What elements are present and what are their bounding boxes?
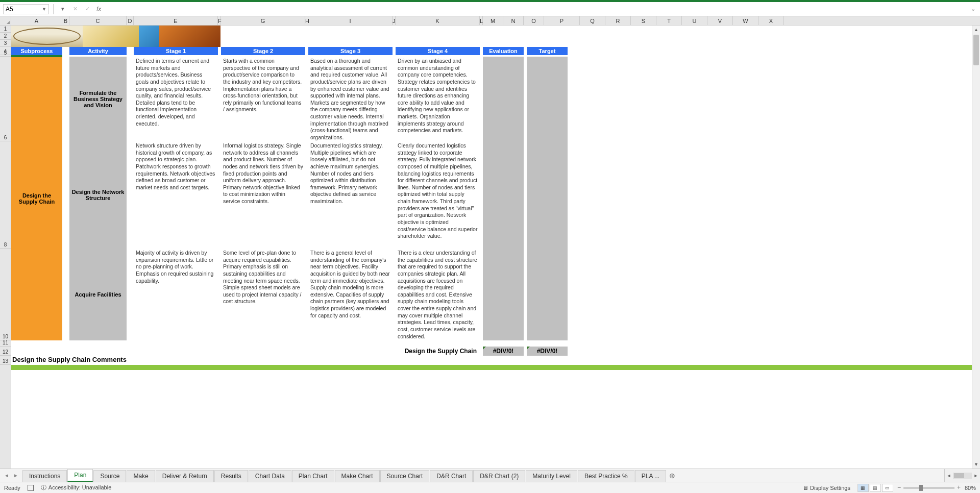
col-header-E[interactable]: E [134, 16, 218, 25]
target-cell[interactable] [527, 57, 568, 141]
scroll-thumb[interactable] [973, 35, 979, 65]
tab-nav-prev-icon[interactable]: ◄ [3, 472, 10, 479]
col-header-S[interactable]: S [631, 16, 656, 25]
col-header-N[interactable]: N [503, 16, 524, 25]
target-error[interactable]: #DIV/0! [527, 347, 568, 356]
col-header-D[interactable]: D [127, 16, 134, 25]
formula-input[interactable] [103, 4, 967, 14]
scroll-up-icon[interactable]: ▲ [972, 26, 980, 34]
stage4-cell[interactable]: Clearly documented logistics strategy li… [396, 141, 480, 249]
evaluation-error[interactable]: #DIV/0! [483, 347, 524, 356]
activity-cell[interactable]: Acquire Facilities [69, 249, 127, 340]
tab-results[interactable]: Results [214, 470, 248, 482]
col-header-V[interactable]: V [707, 16, 733, 25]
stage3-cell[interactable]: Based on a thorough and analytical asses… [308, 57, 393, 141]
row-header-1[interactable]: 1 [0, 26, 11, 33]
tab-instructions[interactable]: Instructions [22, 470, 67, 482]
evaluation-cell[interactable] [483, 57, 524, 141]
zoom-in-icon[interactable]: + [957, 484, 961, 491]
zoom-thumb[interactable] [919, 485, 923, 491]
hscroll-thumb[interactable] [954, 473, 964, 478]
col-header-W[interactable]: W [733, 16, 758, 25]
tab-make[interactable]: Make [127, 470, 155, 482]
col-header-Q[interactable]: Q [580, 16, 605, 25]
stage2-cell[interactable]: Starts with a common perspective of the … [221, 57, 305, 141]
tab-chart-data[interactable]: Chart Data [249, 470, 291, 482]
view-normal-icon[interactable]: ▦ [857, 484, 869, 492]
tab-plan[interactable]: Plan [67, 469, 93, 482]
row-header-2[interactable]: 2 [0, 33, 11, 40]
stage1-cell[interactable]: Network structure driven by historical g… [134, 141, 218, 249]
tab-maturity-level[interactable]: Maturity Level [526, 470, 577, 482]
stage2-cell[interactable]: Some level of pre-plan done to acquire r… [221, 249, 305, 340]
view-page-layout-icon[interactable]: ▤ [870, 484, 881, 492]
stage4-cell[interactable]: There is a clear understanding of the ca… [396, 249, 480, 340]
tab-source[interactable]: Source [93, 470, 126, 482]
scroll-down-icon[interactable]: ▼ [972, 460, 980, 469]
evaluation-cell[interactable] [483, 249, 524, 340]
vertical-scrollbar[interactable]: ▲ ▼ [972, 26, 980, 469]
row-header-8[interactable]: 8 [0, 141, 11, 249]
col-header-K[interactable]: K [396, 16, 480, 25]
tab-plan-chart[interactable]: Plan Chart [292, 470, 334, 482]
tab-deliver-return[interactable]: Deliver & Return [156, 470, 214, 482]
target-cell[interactable] [527, 141, 568, 249]
col-header-P[interactable]: P [544, 16, 580, 25]
evaluation-cell[interactable] [483, 141, 524, 249]
fx-icon[interactable]: fx [96, 6, 101, 13]
tab-dr-chart[interactable]: D&R Chart [430, 470, 473, 482]
col-header-C[interactable]: C [69, 16, 127, 25]
stage1-cell[interactable]: Majority of activity is driven by expans… [134, 249, 218, 340]
tab-nav-next-icon[interactable]: ► [12, 472, 19, 479]
display-settings-button[interactable]: 🖥Display Settings [802, 485, 850, 491]
accessibility-status[interactable]: ⓘAccessibility: Unavailable [41, 484, 112, 491]
formula-expand-icon[interactable]: ⌄ [969, 6, 977, 12]
select-all-corner[interactable] [0, 16, 11, 25]
stage4-cell[interactable]: Driven by an unbiased and common underst… [396, 57, 480, 141]
formula-dropdown-icon[interactable]: ▾ [58, 4, 68, 14]
hscroll-left-icon[interactable]: ◄ [945, 473, 953, 478]
tab-source-chart[interactable]: Source Chart [380, 470, 430, 482]
subprocess-cell[interactable]: Design the Supply Chain [11, 57, 62, 340]
tab-pla[interactable]: PLA ... [635, 470, 666, 482]
col-header-M[interactable]: M [483, 16, 503, 25]
accept-formula-icon[interactable]: ✓ [82, 4, 92, 14]
stage3-cell[interactable]: Documented logistics strategy. Multiple … [308, 141, 393, 249]
activity-cell[interactable]: Design the Network Structure [69, 141, 127, 249]
row-header-12[interactable]: 12 [0, 347, 11, 356]
target-cell[interactable] [527, 249, 568, 340]
cancel-formula-icon[interactable]: ✕ [70, 4, 80, 14]
zoom-slider[interactable]: − + [903, 487, 954, 489]
spreadsheet-grid[interactable]: A B C D E F G H I J K L M N O P Q R S T … [0, 16, 980, 469]
stage3-cell[interactable]: There is a general level of understandin… [308, 249, 393, 340]
col-header-B[interactable]: B [62, 16, 69, 25]
row-header-10[interactable]: 10 [0, 249, 11, 340]
col-header-T[interactable]: T [656, 16, 682, 25]
horizontal-scrollbar[interactable]: ◄ ► [944, 469, 980, 482]
col-header-R[interactable]: R [605, 16, 631, 25]
name-box[interactable]: A5 ▼ [3, 4, 49, 14]
add-sheet-icon[interactable]: ⊕ [667, 469, 678, 482]
col-header-O[interactable]: O [524, 16, 544, 25]
tab-make-chart[interactable]: Make Chart [335, 470, 380, 482]
stage2-cell[interactable]: Informal logistics strategy. Single netw… [221, 141, 305, 249]
name-box-dropdown-icon[interactable]: ▼ [42, 7, 46, 12]
activity-cell[interactable]: Formulate the Business Strategy and Visi… [69, 57, 127, 141]
zoom-out-icon[interactable]: − [897, 484, 901, 491]
col-header-A[interactable]: A [11, 16, 62, 25]
row-header-3[interactable]: 3 [0, 40, 11, 47]
col-header-X[interactable]: X [758, 16, 784, 25]
tab-dr-chart-2[interactable]: D&R Chart (2) [473, 470, 525, 482]
cells-area[interactable]: Subprocess Activity Stage 1 Stage 2 Stag… [11, 26, 980, 469]
zoom-level[interactable]: 80% [965, 485, 976, 491]
hscroll-right-icon[interactable]: ► [972, 473, 980, 478]
col-header-I[interactable]: I [308, 16, 393, 25]
row-header-11[interactable]: 11 [0, 340, 11, 347]
macro-record-icon[interactable] [28, 485, 34, 491]
tab-best-practice[interactable]: Best Practice % [578, 470, 634, 482]
row-header-6[interactable]: 6 [0, 57, 11, 141]
row-header-13[interactable]: 13 [0, 356, 11, 365]
col-header-G[interactable]: G [221, 16, 305, 25]
stage1-cell[interactable]: Defined in terms of current and future m… [134, 57, 218, 141]
hscroll-track[interactable] [953, 473, 972, 479]
